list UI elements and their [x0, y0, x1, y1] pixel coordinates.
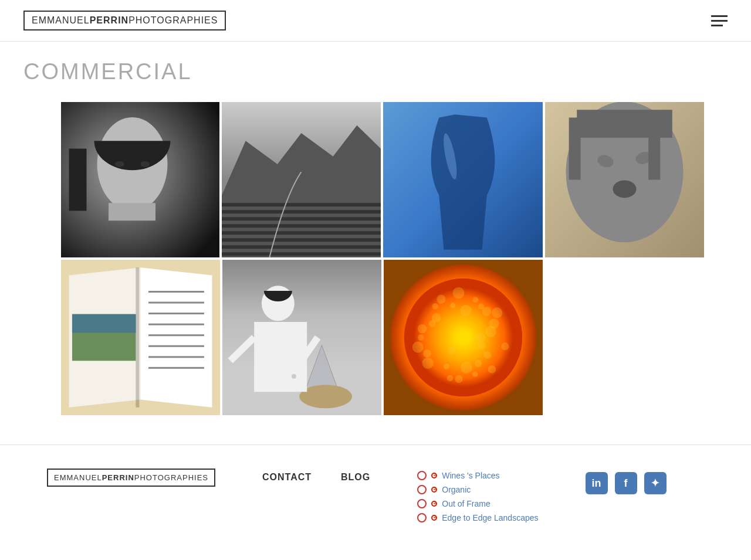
footer-logo-suffix: PHOTOGRAPHIES — [134, 473, 208, 482]
photo-cell-3[interactable] — [383, 102, 543, 257]
photo-cell-5[interactable] — [61, 260, 220, 415]
hamburger-menu[interactable] — [711, 15, 728, 26]
footer-nav: CONTACT BLOG — [262, 472, 370, 483]
photo-row-2 — [61, 260, 690, 415]
footer-contact-link[interactable]: CONTACT — [262, 472, 312, 483]
footer-logo[interactable]: EMMANUELPERRINPHOTOGRAPHIES — [47, 469, 215, 487]
header-logo[interactable]: EMMANUELPERRINPHOTOGRAPHIES — [23, 11, 226, 30]
photo-cell-2[interactable] — [222, 102, 381, 257]
facebook-icon[interactable]: f — [615, 472, 637, 494]
dot-icon-2 — [431, 487, 437, 493]
hamburger-line-1 — [711, 15, 728, 17]
footer-link-organic[interactable]: Organic — [417, 485, 538, 494]
dot-icon-1 — [431, 473, 437, 478]
site-header: EMMANUELPERRINPHOTOGRAPHIES — [0, 0, 751, 42]
hamburger-line-3 — [711, 25, 723, 26]
photo-cell-7[interactable] — [384, 260, 543, 415]
other-social-icon[interactable]: ✦ — [644, 472, 667, 494]
site-footer: EMMANUELPERRINPHOTOGRAPHIES CONTACT BLOG… — [0, 444, 751, 546]
footer-link-edge[interactable]: Edge to Edge Landscapes — [417, 513, 538, 522]
dot-icon-3 — [431, 501, 437, 507]
footer-logo-prefix: EMMANUEL — [54, 473, 102, 482]
logo-prefix: EMMANUEL — [32, 15, 90, 25]
footer-link-wines[interactable]: Wines 's Places — [417, 471, 538, 480]
photo-grid — [0, 96, 751, 421]
footer-blog-link[interactable]: BLOG — [341, 472, 370, 483]
logo-suffix: PHOTOGRAPHIES — [128, 15, 218, 25]
footer-logo-bold: PERRIN — [102, 473, 134, 482]
photo-cell-6[interactable] — [222, 260, 381, 415]
page-title: COMMERCIAL — [0, 42, 751, 96]
photo-row-1 — [61, 102, 690, 257]
footer-links: Wines 's Places Organic Out of Frame Edg… — [417, 471, 538, 522]
dot-icon-4 — [431, 515, 437, 521]
logo-bold: PERRIN — [90, 15, 128, 25]
social-icons: in f ✦ — [586, 472, 667, 494]
linkedin-icon[interactable]: in — [586, 472, 608, 494]
hamburger-line-2 — [711, 20, 728, 22]
photo-cell-1[interactable] — [61, 102, 219, 257]
photo-cell-4[interactable] — [545, 102, 704, 257]
footer-link-outofframe[interactable]: Out of Frame — [417, 499, 538, 508]
